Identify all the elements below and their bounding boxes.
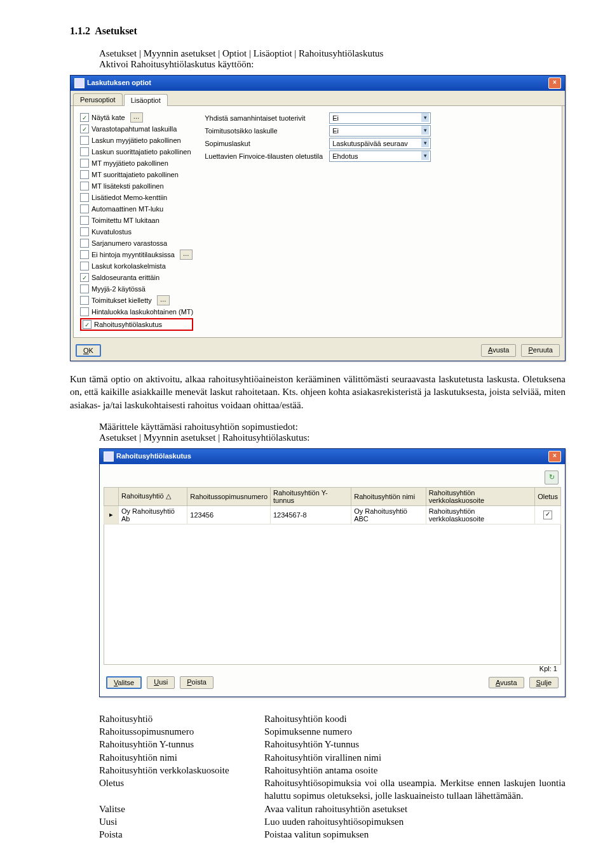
checkbox-icon[interactable]: [80, 170, 89, 179]
select-button[interactable]: Valitse: [106, 676, 142, 689]
definition-desc: Rahoitusyhtiön koodi: [264, 712, 566, 725]
col-ytunnus[interactable]: Rahoitusyhtiön Y-tunnus: [271, 487, 351, 505]
col-einvoice[interactable]: Rahoitusyhtiön verkkolaskuosoite: [426, 487, 535, 505]
close-icon[interactable]: ×: [548, 451, 561, 462]
cell-default[interactable]: [535, 505, 561, 524]
dropdown-select[interactable]: Ei: [329, 112, 431, 124]
checkbox-row[interactable]: Laskun suorittajatieto pakollinen: [80, 147, 193, 157]
col-company[interactable]: Rahoitusyhtiö △: [119, 487, 187, 505]
table-row[interactable]: ▸ Oy Rahoitusyhtiö Ab 123456 1234567-8 O…: [104, 505, 561, 524]
dropdown-select[interactable]: Laskutuspäivää seuraav: [329, 138, 431, 149]
checkbox-icon[interactable]: [80, 136, 89, 145]
checkbox-icon[interactable]: [80, 159, 89, 168]
definition-term: Oletus: [99, 777, 264, 789]
checkbox-row[interactable]: MT myyjätieto pakollinen: [80, 158, 193, 168]
col-default[interactable]: Oletus: [535, 487, 561, 505]
body-paragraph-3: Asetukset | Myynnin asetukset | Rahoitus…: [99, 432, 566, 443]
cell-contract: 123456: [187, 505, 271, 524]
help-button[interactable]: Avusta: [489, 677, 524, 688]
checkbox-icon[interactable]: [80, 273, 89, 282]
checkbox-row[interactable]: Toimitettu MT lukitaan: [80, 215, 193, 225]
tab-lisaoptiot[interactable]: Lisäoptiot: [124, 94, 168, 106]
dropdown-select[interactable]: Ehdotus: [329, 150, 431, 162]
ok-button[interactable]: OK: [76, 344, 101, 357]
new-button[interactable]: Uusi: [147, 676, 175, 689]
checkbox-icon[interactable]: [83, 320, 92, 329]
checkbox-icon[interactable]: [80, 124, 89, 133]
checkbox-row[interactable]: Laskun myyjätieto pakollinen: [80, 135, 193, 145]
checkbox-icon[interactable]: [80, 307, 89, 316]
dropdown-label: Yhdistä samanhintaiset tuoterivit: [205, 114, 325, 122]
app-icon: [74, 78, 85, 88]
checkbox-icon[interactable]: [80, 239, 89, 248]
checkbox-row[interactable]: Myyjä-2 käytössä: [80, 284, 193, 294]
checkbox-row[interactable]: Laskut korkolaskelmista: [80, 261, 193, 271]
checkbox-label: Lisätiedot Memo-kenttiin: [92, 194, 167, 201]
checkbox-label: Laskun suorittajatieto pakollinen: [92, 148, 191, 156]
contracts-dialog: Rahoitusyhtiölaskutus × ↻ Rahoitusyhtiö …: [99, 448, 566, 697]
checkbox-row[interactable]: Toimitukset kielletty…: [80, 295, 193, 305]
checkbox-icon[interactable]: [80, 182, 89, 190]
checkbox-icon[interactable]: [80, 113, 89, 122]
row-count: Kpl: 1: [539, 665, 561, 672]
checkbox-icon[interactable]: [80, 296, 89, 305]
body-paragraph-1: Kun tämä optio on aktivoitu, alkaa rahoi…: [70, 373, 566, 411]
checkbox-icon[interactable]: [80, 193, 89, 202]
checkbox-icon[interactable]: [80, 227, 89, 236]
tab-perusoptiot[interactable]: Perusoptiot: [73, 93, 123, 105]
checkbox-row[interactable]: Varastotapahtumat laskuilla: [80, 124, 193, 134]
help-button[interactable]: Avusta: [481, 344, 516, 357]
col-contract[interactable]: Rahoitussopimusnumero: [187, 487, 271, 505]
checkbox-label: Laskun myyjätieto pakollinen: [92, 137, 181, 144]
ellipsis-button[interactable]: …: [130, 112, 143, 123]
cancel-button[interactable]: Peruuta: [521, 344, 560, 357]
checkbox-icon[interactable]: [80, 216, 89, 225]
col-name[interactable]: Rahoitusyhtiön nimi: [351, 487, 426, 505]
checkbox-row[interactable]: Kuvatulostus: [80, 227, 193, 237]
checkbox-row[interactable]: Ei hintoja myyntitilauksissa…: [80, 250, 193, 260]
checkbox-row[interactable]: Hintaluokka laskukohtainen (MT): [80, 307, 193, 317]
checkbox-label: MT suorittajatieto pakollinen: [92, 171, 179, 178]
dropdown-select[interactable]: Ei: [329, 125, 431, 137]
checkbox-row[interactable]: Saldoseuranta erittäin: [80, 272, 193, 283]
definition-desc: Avaa valitun rahoitusyhtiön asetukset: [264, 803, 566, 815]
definition-term: Rahoitusyhtiön nimi: [99, 751, 264, 764]
definition-term: Rahoitussopimusnumero: [99, 725, 264, 738]
checkbox-label: Sarjanumero varastossa: [92, 239, 167, 247]
checkbox-row[interactable]: Lisätiedot Memo-kenttiin: [80, 192, 193, 203]
refresh-icon[interactable]: ↻: [545, 471, 559, 484]
checkbox-label: Ei hintoja myyntitilauksissa: [92, 251, 175, 258]
close-icon[interactable]: ×: [548, 77, 561, 89]
definition-term: Rahoitusyhtiön verkkolaskuosoite: [99, 764, 264, 777]
intro-path: Asetukset | Myynnin asetukset | Optiot |…: [99, 48, 566, 59]
checkbox-row[interactable]: Automaattinen MT-luku: [80, 204, 193, 214]
checkbox-icon[interactable]: [80, 250, 89, 259]
dropdown-row: Yhdistä samanhintaiset tuoterivitEi: [205, 112, 431, 124]
checkbox-column-left: Näytä kate…Varastotapahtumat laskuillaLa…: [80, 112, 193, 331]
definition-desc: Poistaa valitun sopimuksen: [264, 828, 566, 841]
checkbox-icon[interactable]: [80, 284, 89, 293]
ellipsis-button[interactable]: …: [157, 295, 170, 305]
definition-desc: Rahoitusyhtiön virallinen nimi: [264, 751, 566, 764]
definition-desc: Luo uuden rahoitusyhtiösopimuksen: [264, 815, 566, 828]
checkbox-row[interactable]: MT suorittajatieto pakollinen: [80, 170, 193, 180]
checkbox-row[interactable]: Näytä kate…: [80, 112, 193, 123]
cell-einvoice: Rahoitusyhtiön verkkolaskuosoite: [426, 505, 535, 524]
definition-desc: Sopimuksenne numero: [264, 725, 566, 738]
checkbox-label: Hintaluokka laskukohtainen (MT): [92, 308, 193, 316]
checkbox-row[interactable]: Sarjanumero varastossa: [80, 238, 193, 248]
checkbox-icon[interactable]: [80, 204, 89, 213]
delete-button[interactable]: Poista: [180, 676, 214, 689]
checkbox-label: Rahoitusyhtiölaskutus: [94, 321, 162, 328]
checkbox-label: Toimitukset kielletty: [92, 297, 152, 304]
titlebar: Laskutuksen optiot ×: [71, 76, 565, 91]
checkbox-row[interactable]: Rahoitusyhtiölaskutus: [80, 318, 193, 331]
close-button[interactable]: Sulje: [529, 677, 559, 688]
checkbox-icon[interactable]: [80, 147, 89, 156]
definition-row: OletusRahoitusyhtiösopimuksia voi olla u…: [99, 777, 566, 803]
window-title: Laskutuksen optiot: [87, 79, 151, 86]
checkbox-icon[interactable]: [80, 262, 89, 270]
checkbox-icon[interactable]: [543, 511, 552, 519]
ellipsis-button[interactable]: …: [180, 250, 193, 260]
checkbox-row[interactable]: MT lisäteksti pakollinen: [80, 181, 193, 191]
